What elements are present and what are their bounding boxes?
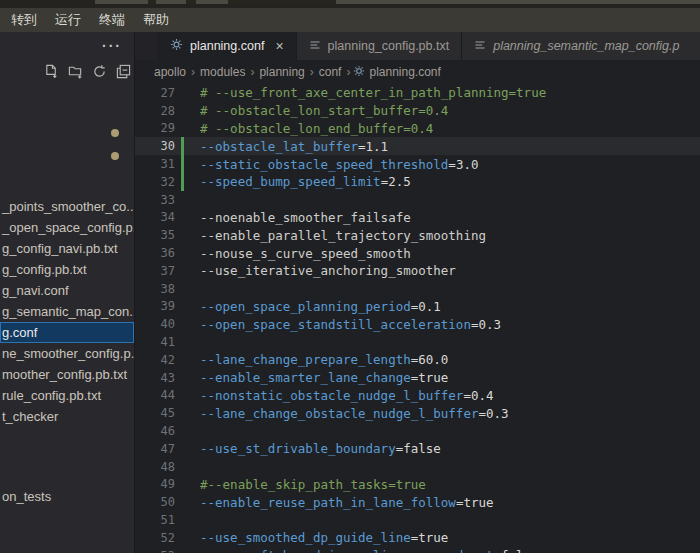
modified-gutter-bar <box>181 476 184 494</box>
modified-gutter-bar <box>181 547 184 553</box>
code-line[interactable]: 52 --use_smoothed_dp_guide_line=true <box>135 529 700 547</box>
modified-gutter-bar <box>181 422 184 440</box>
file-tree-item[interactable]: g_navi.conf <box>0 280 134 301</box>
editor-tab[interactable]: planning_config.pb.txt <box>297 32 463 60</box>
line-number: 27 <box>135 86 175 100</box>
line-number: 40 <box>135 317 175 331</box>
file-tree-item[interactable]: g_config_navi.pb.txt <box>0 238 134 259</box>
file-tree-item[interactable]: _points_smoother_co... <box>0 196 134 217</box>
line-number: 51 <box>135 513 175 527</box>
more-actions-button[interactable]: ··· <box>96 38 128 54</box>
code-line[interactable]: 43 --enable_smarter_lane_change=true <box>135 369 700 387</box>
code-line-text: --open_space_standstill_acceleration=0.3 <box>200 317 501 332</box>
code-line[interactable]: 42 --lane_change_prepare_length=60.0 <box>135 351 700 369</box>
modified-gutter-bar <box>181 493 184 511</box>
code-line[interactable]: 46 <box>135 422 700 440</box>
line-number: 45 <box>135 406 175 420</box>
code-line-text: --nonstatic_obstacle_nudge_l_buffer=0.4 <box>200 388 494 403</box>
code-line[interactable]: 30 --obstacle_lat_buffer=1.1 <box>135 137 700 155</box>
code-line[interactable]: 29 # --obstacle_lon_end_buffer=0.4 <box>135 120 700 138</box>
collapse-all-icon[interactable] <box>116 64 131 79</box>
code-token: --lane_change_prepare_length <box>200 352 411 367</box>
modified-gutter-bar <box>181 102 184 120</box>
code-line[interactable]: 44 --nonstatic_obstacle_nudge_l_buffer=0… <box>135 387 700 405</box>
code-editor[interactable]: 27 # --use_front_axe_center_in_path_plan… <box>135 84 700 553</box>
code-line[interactable]: 28 # --obstacle_lon_start_buffer=0.4 <box>135 102 700 120</box>
code-line[interactable]: 41 <box>135 333 700 351</box>
breadcrumb-file[interactable]: planning.conf <box>353 65 440 80</box>
code-line[interactable]: 50 --enable_reuse_path_in_lane_follow=tr… <box>135 493 700 511</box>
file-tree-item[interactable]: moother_config.pb.txt <box>0 364 134 385</box>
editor-tab[interactable]: planning.conf × <box>158 32 297 60</box>
breadcrumb: apollo › modules › planning › conf › pla… <box>135 60 700 84</box>
code-line[interactable]: 47 --use_st_drivable_boundary=false <box>135 440 700 458</box>
code-line[interactable]: 31 --static_obstacle_speed_threshold=3.0 <box>135 155 700 173</box>
file-tree-item[interactable]: on_tests <box>0 486 134 507</box>
breadcrumb-item[interactable]: conf <box>317 65 344 79</box>
code-token: =false <box>494 548 539 553</box>
code-line[interactable]: 49 #--enable_skip_path_tasks=true <box>135 476 700 494</box>
menu-item[interactable]: 转到 <box>2 8 46 32</box>
file-tree-item[interactable]: ne_smoother_config.p... <box>0 343 134 364</box>
code-line[interactable]: 35 --enable_parallel_trajectory_smoothin… <box>135 226 700 244</box>
modified-gutter-bar <box>181 529 184 547</box>
file-tree-item[interactable]: g.conf <box>0 322 134 343</box>
menu-item[interactable]: 终端 <box>90 8 134 32</box>
file-tree-item[interactable]: _open_space_config.p... <box>0 217 134 238</box>
code-line-text: --use_st_drivable_boundary=false <box>200 441 441 456</box>
editor-tab[interactable]: planning_semantic_map_config.p <box>462 32 700 60</box>
menu-item[interactable]: 运行 <box>46 8 90 32</box>
menu-item[interactable]: 帮助 <box>134 8 178 32</box>
close-icon[interactable]: × <box>275 39 283 53</box>
modified-gutter-bar <box>181 458 184 476</box>
code-line[interactable]: 33 <box>135 191 700 209</box>
file-tree-item[interactable]: rule_config.pb.txt <box>0 385 134 406</box>
line-number: 36 <box>135 246 175 260</box>
code-line[interactable]: 38 <box>135 280 700 298</box>
code-line[interactable]: 45 --lane_change_obstacle_nudge_l_buffer… <box>135 404 700 422</box>
line-number: 35 <box>135 228 175 242</box>
code-line[interactable]: 37 --use_iterative_anchoring_smoother <box>135 262 700 280</box>
code-token: --enable_parallel_trajectory_smoothing <box>200 228 486 243</box>
explorer-toolbar <box>44 64 131 79</box>
modified-gutter-bar <box>181 226 184 244</box>
file-tree: _points_smoother_co..._open_space_config… <box>0 196 134 507</box>
file-tree-item[interactable]: g_semantic_map_con... <box>0 301 134 322</box>
code-line[interactable]: 40 --open_space_standstill_acceleration=… <box>135 315 700 333</box>
breadcrumb-item[interactable]: planning <box>257 65 306 79</box>
modified-gutter-bar <box>181 369 184 387</box>
new-folder-icon[interactable] <box>68 64 83 79</box>
code-token: =0.1 <box>411 299 441 314</box>
refresh-icon[interactable] <box>92 64 107 79</box>
code-line-text: --use_soft_bound_in_nonlinear_speed_opt=… <box>200 548 539 553</box>
breadcrumb-item[interactable]: modules <box>198 65 247 79</box>
code-line[interactable]: 39 --open_space_planning_period=0.1 <box>135 298 700 316</box>
line-number: 29 <box>135 121 175 135</box>
code-line[interactable]: 36 --nouse_s_curve_speed_smooth <box>135 244 700 262</box>
breadcrumb-item[interactable]: apollo <box>152 65 188 79</box>
code-line-text: --enable_reuse_path_in_lane_follow=true <box>200 495 494 510</box>
code-line[interactable]: 51 <box>135 511 700 529</box>
line-number: 37 <box>135 264 175 278</box>
code-token: --speed_bump_speed_limit <box>200 174 381 189</box>
code-token: # --use_front_axe_center_in_path_plannin… <box>200 85 546 100</box>
code-token: =2.5 <box>381 174 411 189</box>
code-line[interactable]: 32 --speed_bump_speed_limit=2.5 <box>135 173 700 191</box>
code-line[interactable]: 48 <box>135 458 700 476</box>
line-number: 38 <box>135 282 175 296</box>
new-file-icon[interactable] <box>44 64 59 79</box>
code-line-text: --enable_parallel_trajectory_smoothing <box>200 228 486 243</box>
file-tree-item[interactable]: t_checker <box>0 406 134 427</box>
code-line[interactable]: 34 --noenable_smoother_failsafe <box>135 209 700 227</box>
code-line-text: --nouse_s_curve_speed_smooth <box>200 246 411 261</box>
file-tree-item[interactable]: g_config.pb.txt <box>0 259 134 280</box>
code-line[interactable]: 27 # --use_front_axe_center_in_path_plan… <box>135 84 700 102</box>
chevron-right-icon: › <box>247 65 257 79</box>
code-line-text: --noenable_smoother_failsafe <box>200 210 411 225</box>
code-token: --enable_reuse_path_in_lane_follow <box>200 495 456 510</box>
modified-gutter-bar <box>181 155 184 173</box>
code-line[interactable]: 53 --use_soft_bound_in_nonlinear_speed_o… <box>135 547 700 553</box>
chevron-right-icon: › <box>343 65 353 79</box>
code-line-text: --speed_bump_speed_limit=2.5 <box>200 174 411 189</box>
code-token: =true <box>456 495 494 510</box>
